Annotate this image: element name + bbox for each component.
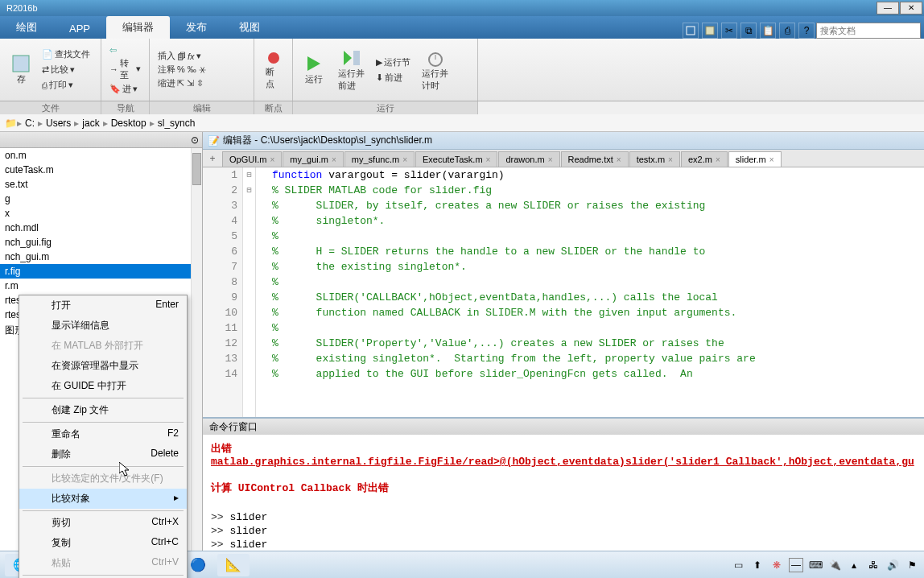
tab-publish[interactable]: 发布 xyxy=(170,16,223,39)
indent-btn[interactable]: 缩进 ⇱ ⇲ ⇳ xyxy=(156,76,247,90)
tab-view[interactable]: 视图 xyxy=(223,16,276,39)
menu-open[interactable]: 打开Enter xyxy=(19,295,187,316)
tray-power[interactable]: 🔌 xyxy=(827,558,842,572)
addr-folder[interactable]: sl_synch xyxy=(155,118,199,129)
tab-app[interactable]: APP xyxy=(53,19,106,39)
paste-icon[interactable]: 📋 xyxy=(760,23,776,39)
tab-close-icon[interactable]: × xyxy=(548,155,553,164)
ribbon-label-nav: 导航 xyxy=(101,101,150,114)
file-item[interactable]: on.m xyxy=(0,148,202,163)
file-item[interactable]: cuteTask.m xyxy=(0,163,202,177)
menu-rename[interactable]: 重命名F2 xyxy=(19,424,187,444)
tray-ime[interactable]: ⌨ xyxy=(808,558,823,572)
addr-c[interactable]: C: xyxy=(22,118,38,129)
addr-desktop[interactable]: Desktop xyxy=(108,118,150,129)
tab-editor[interactable]: 编辑器 xyxy=(106,16,170,39)
panel-dropdown-icon[interactable]: ⊙ xyxy=(191,134,199,146)
tray-sound[interactable]: 🔊 xyxy=(885,558,900,572)
tab-close-icon[interactable]: × xyxy=(668,155,673,164)
menu-cut[interactable]: 剪切Ctrl+X xyxy=(19,513,187,533)
editor-tab[interactable]: ExecuteTask.m× xyxy=(415,151,497,167)
file-item[interactable]: x xyxy=(0,206,202,221)
layout-icon[interactable] xyxy=(683,23,699,39)
runtime-btn[interactable]: 运行并 计时 xyxy=(417,47,453,93)
comment-btn[interactable]: 注释 % ‰ ⚹ xyxy=(156,63,247,76)
menu-createzip[interactable]: 创建 Zip 文件 xyxy=(19,400,187,420)
svg-rect-2 xyxy=(13,56,29,72)
tab-close-icon[interactable]: × xyxy=(769,155,774,164)
save-icon[interactable] xyxy=(702,23,718,39)
copy-icon[interactable]: ⧉ xyxy=(740,23,757,39)
runsection-btn[interactable]: ▶运行节 xyxy=(374,56,412,69)
editor-tab[interactable]: my_sfunc.m× xyxy=(344,151,415,167)
editor-tab[interactable]: OpGUI.m× xyxy=(222,151,282,167)
file-item[interactable]: nch_gui.fig xyxy=(0,235,202,250)
insert-btn[interactable]: 插入 🗐 fx ▾ xyxy=(156,49,247,63)
error-label: 出错 xyxy=(211,443,232,455)
tab-close-icon[interactable]: × xyxy=(270,155,274,164)
editor-tab[interactable]: testx.m× xyxy=(629,151,680,167)
add-tab-button[interactable]: + xyxy=(206,152,219,165)
tab-close-icon[interactable]: × xyxy=(332,155,336,164)
file-item[interactable]: g xyxy=(0,192,202,206)
address-bar: 📁 ▸ C:▸ Users▸ jack▸ Desktop▸ sl_synch xyxy=(0,114,924,132)
tab-plot[interactable]: 绘图 xyxy=(0,16,53,39)
nav-back-btn[interactable]: ⇦ xyxy=(108,44,142,56)
tray-av[interactable]: ❋ xyxy=(769,558,784,572)
ribbon-label-edit: 编辑 xyxy=(150,101,254,114)
breakpoint-btn[interactable]: 断点 xyxy=(261,48,286,92)
print-btn[interactable]: ⎙打印▾ xyxy=(40,78,92,92)
close-button[interactable]: ✕ xyxy=(900,2,922,14)
minimize-button[interactable]: — xyxy=(877,2,899,14)
tray-updates[interactable]: ⬆ xyxy=(750,558,765,572)
addr-users[interactable]: Users xyxy=(43,118,74,129)
run-advance-btn[interactable]: 运行并 前进 xyxy=(333,47,369,93)
tray-flag[interactable]: ⚑ xyxy=(905,558,919,572)
menu-comparewith[interactable]: 比较对象▸ xyxy=(19,489,187,509)
cut-icon[interactable]: ✂ xyxy=(721,23,737,39)
tab-close-icon[interactable]: × xyxy=(402,155,407,164)
tray-minimize[interactable]: ▭ xyxy=(731,558,745,572)
window-title: R2016b xyxy=(6,3,38,13)
advance-btn[interactable]: ⬇前进 xyxy=(374,71,412,85)
menu-showexplorer[interactable]: 在资源管理器中显示 xyxy=(19,356,187,376)
print-icon[interactable]: ⎙ xyxy=(779,23,795,39)
menu-copy[interactable]: 复制Ctrl+C xyxy=(19,533,187,553)
taskbar-matlab[interactable]: 📐 xyxy=(217,554,250,576)
tray-network[interactable]: 🖧 xyxy=(866,558,881,572)
goto-btn[interactable]: →转至▾ xyxy=(108,56,142,82)
compare-btn[interactable]: ⇄比较▾ xyxy=(40,63,92,76)
tray-lang[interactable]: — xyxy=(789,558,803,572)
menu-showdetail[interactable]: 显示详细信息 xyxy=(19,316,187,336)
file-item[interactable]: nch_gui.m xyxy=(0,250,202,264)
tray-more[interactable]: ▴ xyxy=(847,558,861,572)
addr-user[interactable]: jack xyxy=(79,118,102,129)
editor-tab[interactable]: ex2.m× xyxy=(681,151,728,167)
svg-rect-0 xyxy=(687,27,695,35)
file-item[interactable]: nch.mdl xyxy=(0,221,202,235)
editor-tab[interactable]: my_gui.m× xyxy=(283,151,344,167)
findfiles-btn[interactable]: 📄查找文件 xyxy=(40,47,92,61)
error-msg: 计算 UIControl Callback 时出错 xyxy=(211,482,389,494)
save-bigbtn[interactable]: 存 xyxy=(6,52,35,87)
editor-tab[interactable]: slider.m× xyxy=(728,151,782,167)
menu-delete[interactable]: 删除Delete xyxy=(19,444,187,464)
file-item[interactable]: se.txt xyxy=(0,177,202,192)
run-btn[interactable]: 运行 xyxy=(299,52,328,87)
ribbon-label-file: 文件 xyxy=(0,101,101,114)
bookmark-btn[interactable]: 🔖进▾ xyxy=(108,82,142,96)
svg-marker-4 xyxy=(307,56,320,71)
editor-tab[interactable]: drawon.m× xyxy=(498,151,559,167)
file-item[interactable]: r.m xyxy=(0,279,202,293)
tab-close-icon[interactable]: × xyxy=(486,155,491,164)
help-icon[interactable]: ? xyxy=(798,23,815,39)
tab-close-icon[interactable]: × xyxy=(617,155,621,164)
menu-openguide[interactable]: 在 GUIDE 中打开 xyxy=(19,376,187,396)
error-link[interactable]: matlab.graphics.internal.figfile.FigFile… xyxy=(211,456,914,468)
menu-openoutside: 在 MATLAB 外部打开 xyxy=(19,336,187,356)
tab-close-icon[interactable]: × xyxy=(716,155,720,164)
editor-tab[interactable]: Readme.txt× xyxy=(561,151,629,167)
file-item[interactable]: r.fig xyxy=(0,264,202,279)
search-docs-input[interactable] xyxy=(816,23,921,39)
filelist-scrollbar[interactable] xyxy=(191,148,202,578)
